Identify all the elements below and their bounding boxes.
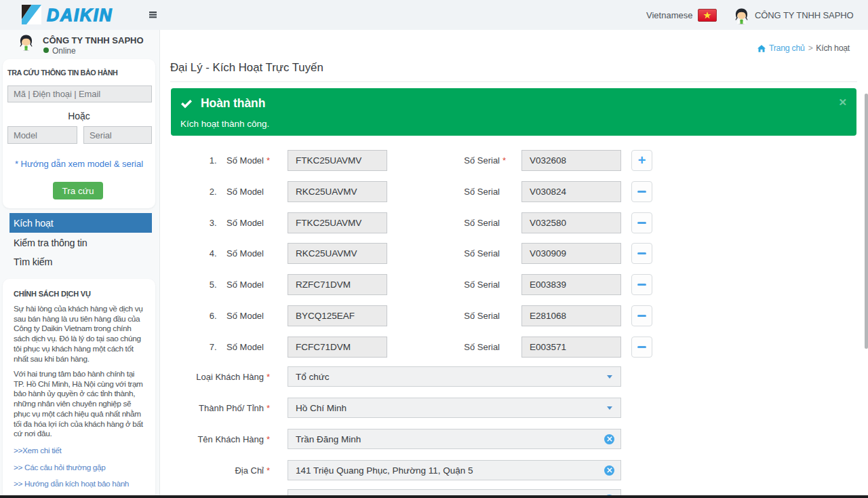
svg-text:DAIKIN: DAIKIN xyxy=(47,5,113,24)
